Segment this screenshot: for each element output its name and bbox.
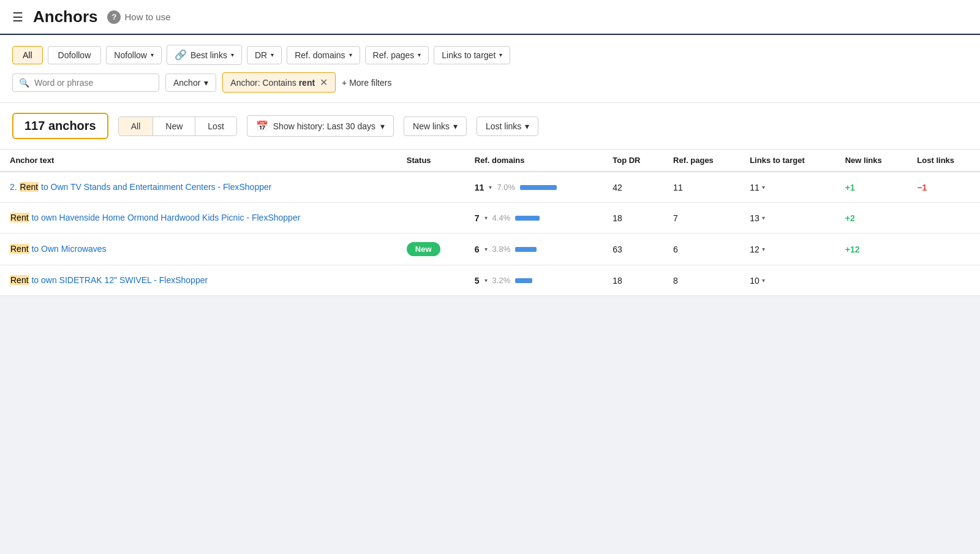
ref-pages-cell: 8 <box>663 265 740 296</box>
lost-links-chevron-icon: ▾ <box>525 121 529 131</box>
lost-links-cell: −1 <box>907 172 980 203</box>
col-ref-domains[interactable]: Ref. domains <box>465 150 603 172</box>
anchor-link[interactable]: Rent to Own Microwaves <box>10 244 107 254</box>
history-chevron-icon: ▾ <box>380 121 385 131</box>
status-cell <box>397 203 465 233</box>
page-title: Anchors <box>33 7 97 26</box>
ref-domains-dropdown-icon[interactable]: ▾ <box>489 184 492 191</box>
tab-lost[interactable]: Lost <box>195 117 236 135</box>
ref-domains-cell: 5 ▾ 3.2% <box>465 265 603 296</box>
ref-pages-cell: 7 <box>663 203 740 233</box>
active-filter-chip: Anchor: Contains rent ✕ <box>222 72 336 93</box>
ref-domains-number: 5 <box>475 276 480 286</box>
links-to-target-cell: 11 ▾ <box>740 172 835 203</box>
status-cell: New <box>397 233 465 265</box>
tab-new[interactable]: New <box>153 117 195 135</box>
bar-container <box>515 278 558 283</box>
ref-pages-cell: 11 <box>663 172 740 203</box>
search-input[interactable] <box>34 78 153 88</box>
ref-domains-percent: 7.0% <box>497 183 515 192</box>
anchor-text-cell: Rent to own Havenside Home Ormond Hardwo… <box>0 203 397 233</box>
links-to-target-dropdown-icon[interactable]: ▾ <box>762 246 765 252</box>
anchor-text-cell: 2. Rent to Own TV Stands and Entertainme… <box>0 172 397 203</box>
more-filters-button[interactable]: + More filters <box>342 78 391 88</box>
ref-domains-dropdown-icon[interactable]: ▾ <box>484 246 488 252</box>
hamburger-icon[interactable]: ☰ <box>12 10 23 25</box>
ref-domains-filter-button[interactable]: Ref. domains ▾ <box>287 46 360 64</box>
filter-row-2: 🔍 Anchor ▾ Anchor: Contains rent ✕ + Mor… <box>12 72 968 93</box>
results-section: 117 anchors All New Lost 📅 Show history:… <box>0 103 980 296</box>
table-row: Rent to own SIDETRAK 12" SWIVEL - FlexSh… <box>0 265 980 296</box>
ref-domains-dropdown-icon[interactable]: ▾ <box>484 214 488 221</box>
ref-domains-percent: 3.2% <box>492 276 511 285</box>
remove-filter-icon[interactable]: ✕ <box>320 77 328 88</box>
bar-container <box>520 185 563 190</box>
ref-domains-number: 6 <box>475 245 480 254</box>
ref-pages-filter-button[interactable]: Ref. pages ▾ <box>365 46 429 64</box>
top-bar: ☰ Anchors ? How to use <box>0 0 980 35</box>
dofollow-filter-button[interactable]: Dofollow <box>48 46 102 64</box>
filter-row-1: All Dofollow Nofollow ▾ 🔗 Best links ▾ D… <box>12 45 968 65</box>
lost-links-dropdown-button[interactable]: Lost links ▾ <box>477 116 538 136</box>
anchor-text-cell: Rent to Own Microwaves <box>0 233 397 265</box>
top-dr-cell: 18 <box>603 203 663 233</box>
ref-domains-number: 11 <box>475 183 484 192</box>
nofollow-chevron-icon: ▾ <box>151 51 154 58</box>
dr-filter-button[interactable]: DR ▾ <box>247 46 282 64</box>
table-header-row: Anchor text Status Ref. domains Top DR R… <box>0 150 980 172</box>
best-links-filter-button[interactable]: 🔗 Best links ▾ <box>167 45 242 65</box>
links-to-target-number: 12 <box>750 245 760 254</box>
ref-domains-number: 7 <box>475 213 480 223</box>
nofollow-filter-button[interactable]: Nofollow ▾ <box>106 46 162 64</box>
anchor-text-cell: Rent to own SIDETRAK 12" SWIVEL - FlexSh… <box>0 265 397 296</box>
new-links-dropdown-button[interactable]: New links ▾ <box>404 116 467 136</box>
links-to-target-dropdown-icon[interactable]: ▾ <box>762 184 765 191</box>
col-top-dr: Top DR <box>603 150 663 172</box>
col-status: Status <box>397 150 465 172</box>
links-to-target-dropdown-icon[interactable]: ▾ <box>762 214 765 221</box>
top-dr-cell: 63 <box>603 233 663 265</box>
results-header: 117 anchors All New Lost 📅 Show history:… <box>0 103 980 150</box>
ref-domains-cell: 11 ▾ 7.0% <box>465 172 603 203</box>
links-to-target-cell: 12 ▾ <box>740 233 835 265</box>
col-anchor-text: Anchor text <box>0 150 397 172</box>
anchor-link[interactable]: Rent to own SIDETRAK 12" SWIVEL - FlexSh… <box>10 275 208 285</box>
results-tabs: All New Lost <box>118 116 237 136</box>
new-links-chevron-icon: ▾ <box>453 121 458 131</box>
anchors-count-box: 117 anchors <box>12 113 108 139</box>
anchor-link[interactable]: Rent to own Havenside Home Ormond Hardwo… <box>10 213 300 222</box>
links-to-target-chevron-icon: ▾ <box>499 51 502 58</box>
ref-domains-bar <box>515 278 532 283</box>
ref-domains-percent: 4.4% <box>492 213 511 222</box>
links-to-target-number: 13 <box>750 213 760 223</box>
active-filter-value: rent <box>299 78 315 88</box>
links-to-target-cell: 13 ▾ <box>740 203 835 233</box>
dr-chevron-icon: ▾ <box>271 51 274 58</box>
ref-domains-dropdown-icon[interactable]: ▾ <box>484 277 488 284</box>
how-to-use-label: How to use <box>124 12 170 22</box>
status-badge: New <box>407 242 440 256</box>
ref-domains-cell: 6 ▾ 3.8% <box>465 233 603 265</box>
status-cell <box>397 265 465 296</box>
links-to-target-filter-button[interactable]: Links to target ▾ <box>434 46 510 64</box>
new-links-cell <box>835 265 908 296</box>
all-filter-button[interactable]: All <box>12 46 43 64</box>
show-history-button[interactable]: 📅 Show history: Last 30 days ▾ <box>247 115 394 137</box>
calendar-icon: 📅 <box>256 120 268 132</box>
new-links-cell: +2 <box>835 203 908 233</box>
col-ref-pages: Ref. pages <box>663 150 740 172</box>
search-box[interactable]: 🔍 <box>12 74 159 92</box>
anchors-table: Anchor text Status Ref. domains Top DR R… <box>0 150 980 296</box>
ref-domains-cell: 7 ▾ 4.4% <box>465 203 603 233</box>
links-to-target-dropdown-icon[interactable]: ▾ <box>762 277 765 284</box>
anchor-link[interactable]: 2. Rent to Own TV Stands and Entertainme… <box>10 182 271 192</box>
how-to-use-button[interactable]: ? How to use <box>107 10 170 24</box>
links-to-target-cell: 10 ▾ <box>740 265 835 296</box>
table-container: Anchor text Status Ref. domains Top DR R… <box>0 150 980 296</box>
anchor-dropdown-button[interactable]: Anchor ▾ <box>165 74 216 92</box>
bar-container <box>515 216 558 221</box>
anchor-chevron-icon: ▾ <box>204 78 208 88</box>
tab-all[interactable]: All <box>119 117 154 135</box>
active-filter-prefix: Anchor: Contains <box>230 78 298 88</box>
col-lost-links: Lost links <box>907 150 980 172</box>
